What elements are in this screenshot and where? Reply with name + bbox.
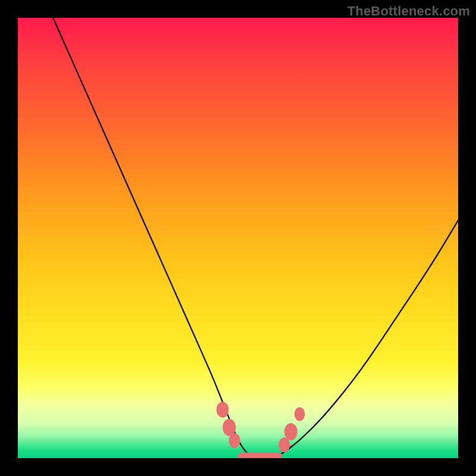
trough-marker	[278, 437, 290, 452]
flat-bottom-bar	[238, 452, 282, 458]
watermark-text: TheBottleneck.com	[347, 4, 470, 19]
trough-marker	[228, 433, 240, 448]
trough-markers	[217, 402, 305, 452]
trough-marker	[284, 423, 298, 440]
plot-area	[18, 18, 458, 458]
chart-frame: TheBottleneck.com	[0, 0, 476, 476]
trough-marker	[217, 402, 229, 418]
bottleneck-curve	[53, 18, 458, 458]
chart-svg	[18, 18, 458, 458]
trough-marker	[295, 407, 305, 421]
